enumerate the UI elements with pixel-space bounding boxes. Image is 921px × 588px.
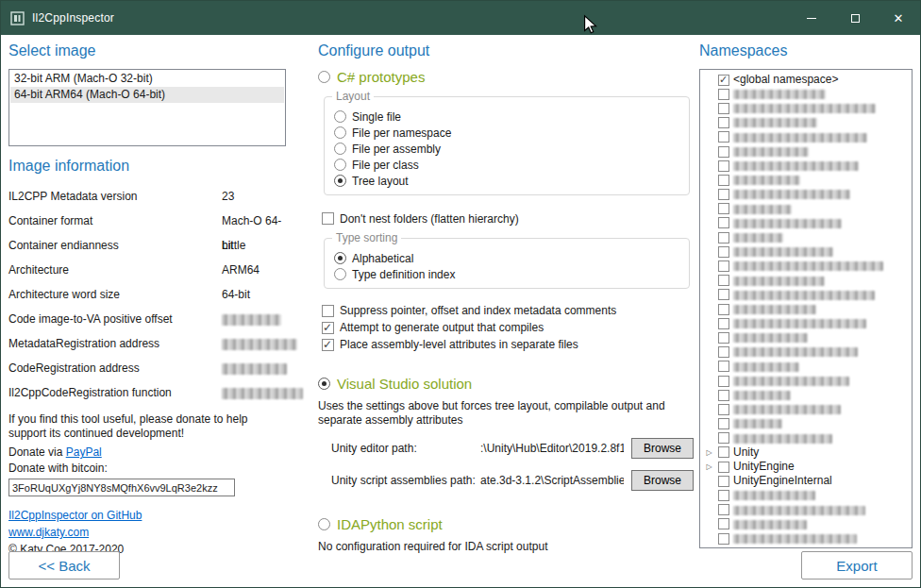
flatten-checkbox-row[interactable]: Don't nest folders (flatten hierarchy)	[322, 210, 694, 227]
mode-csharp[interactable]: C# prototypes	[318, 69, 694, 85]
namespace-item[interactable]: UnityEngineInternal	[702, 474, 910, 488]
radio-icon[interactable]	[334, 159, 346, 171]
radio-option[interactable]: Single file	[334, 109, 679, 125]
namespace-item[interactable]	[702, 101, 910, 115]
namespace-checkbox[interactable]	[718, 446, 729, 458]
radio-option[interactable]: File per class	[334, 157, 679, 173]
namespace-item[interactable]	[702, 517, 910, 531]
namespace-item[interactable]	[702, 431, 910, 445]
namespace-checkbox[interactable]	[718, 246, 729, 258]
namespace-item[interactable]	[702, 130, 910, 144]
radio-icon[interactable]	[334, 143, 346, 155]
namespace-checkbox[interactable]	[718, 462, 729, 473]
namespace-item[interactable]	[702, 330, 910, 344]
namespace-checkbox[interactable]	[718, 203, 729, 214]
namespace-checkbox[interactable]	[718, 117, 729, 128]
namespace-item[interactable]	[702, 360, 910, 374]
namespace-item[interactable]	[702, 173, 910, 187]
radio-option[interactable]: Type definition index	[334, 266, 679, 282]
radio-icon[interactable]	[334, 110, 346, 123]
namespace-checkbox[interactable]	[718, 260, 729, 272]
maximize-button[interactable]	[833, 1, 877, 35]
namespace-item[interactable]: <global namespace>	[702, 73, 910, 87]
paypal-link[interactable]: PayPal	[66, 445, 102, 459]
namespace-item[interactable]	[702, 159, 910, 173]
github-link[interactable]: Il2CppInspector on GitHub	[8, 509, 142, 522]
mode-visual-studio[interactable]: Visual Studio solution	[318, 376, 694, 392]
checkbox-icon[interactable]	[322, 339, 334, 351]
namespace-item[interactable]	[702, 345, 910, 360]
namespace-checkbox[interactable]	[718, 376, 729, 387]
unity-editor-browse-button[interactable]: Browse	[631, 438, 694, 459]
flatten-checkbox[interactable]	[322, 212, 334, 225]
radio-option[interactable]: File per namespace	[334, 125, 679, 141]
namespace-item[interactable]	[702, 144, 910, 159]
namespace-item[interactable]	[702, 116, 910, 130]
namespace-checkbox[interactable]	[718, 533, 729, 545]
radio-option[interactable]: Alphabetical	[334, 250, 679, 266]
namespace-item[interactable]	[702, 244, 910, 259]
namespace-list[interactable]: <global namespace>▷Unity▷UnityEngineUnit…	[699, 69, 913, 548]
checkbox-icon[interactable]	[322, 305, 334, 317]
visual-studio-radio[interactable]	[318, 378, 330, 390]
titlebar[interactable]: Il2CppInspector ✕	[1, 1, 920, 35]
namespace-item[interactable]: ▷Unity	[702, 445, 910, 460]
bitcoin-address-input[interactable]	[8, 479, 235, 496]
namespace-checkbox[interactable]	[718, 131, 729, 143]
minimize-button[interactable]	[790, 1, 833, 35]
idapython-radio[interactable]	[318, 518, 330, 530]
mode-idapython[interactable]: IDAPython script	[318, 516, 694, 532]
radio-icon[interactable]	[334, 252, 346, 264]
namespace-item[interactable]	[702, 316, 910, 330]
namespace-checkbox[interactable]	[718, 476, 729, 487]
close-button[interactable]: ✕	[877, 1, 920, 35]
namespace-checkbox[interactable]	[718, 318, 729, 329]
namespace-item[interactable]	[702, 216, 910, 230]
namespace-item[interactable]	[702, 288, 910, 302]
namespace-checkbox[interactable]	[718, 432, 729, 444]
namespace-item[interactable]	[702, 302, 910, 316]
namespace-item[interactable]	[702, 274, 910, 288]
image-list-item[interactable]: 32-bit ARM (Mach-O 32-bit)	[10, 71, 284, 87]
namespace-checkbox[interactable]	[718, 275, 729, 286]
namespace-item[interactable]	[702, 374, 910, 388]
checkbox-option[interactable]: Attempt to generate output that compiles	[322, 319, 694, 336]
checkbox-option[interactable]: Place assembly-level attributes in separ…	[322, 336, 694, 353]
namespace-checkbox[interactable]	[718, 89, 729, 100]
expander-icon[interactable]: ▷	[704, 445, 714, 460]
namespace-item[interactable]	[702, 259, 910, 273]
expander-icon[interactable]: ▷	[704, 460, 714, 474]
radio-option[interactable]: Tree layout	[334, 173, 679, 189]
namespace-item[interactable]	[702, 87, 910, 101]
csharp-radio[interactable]	[318, 71, 330, 83]
website-link[interactable]: www.djkaty.com	[8, 526, 89, 539]
namespace-checkbox[interactable]	[718, 490, 729, 501]
namespace-checkbox[interactable]	[718, 518, 729, 529]
namespace-item[interactable]	[702, 488, 910, 502]
namespace-checkbox[interactable]	[718, 175, 729, 186]
image-list-item[interactable]: 64-bit ARM64 (Mach-O 64-bit)	[10, 87, 284, 103]
radio-icon[interactable]	[334, 268, 346, 280]
namespace-checkbox[interactable]	[718, 304, 729, 315]
namespace-item[interactable]: ▷UnityEngine	[702, 460, 910, 474]
namespace-item[interactable]	[702, 230, 910, 244]
namespace-item[interactable]	[702, 417, 910, 431]
namespace-item[interactable]	[702, 503, 910, 517]
namespace-checkbox[interactable]	[718, 289, 729, 300]
image-list[interactable]: 32-bit ARM (Mach-O 32-bit)64-bit ARM64 (…	[8, 69, 286, 146]
namespace-checkbox[interactable]	[718, 146, 729, 158]
checkbox-icon[interactable]	[322, 322, 334, 334]
namespace-checkbox[interactable]	[718, 160, 729, 172]
namespace-checkbox[interactable]	[718, 404, 729, 415]
namespace-checkbox[interactable]	[718, 189, 729, 200]
radio-icon[interactable]	[334, 126, 346, 139]
namespace-checkbox[interactable]	[718, 103, 729, 114]
namespace-checkbox[interactable]	[718, 232, 729, 244]
namespace-item[interactable]	[702, 531, 910, 546]
namespace-checkbox[interactable]	[718, 390, 729, 401]
namespace-item[interactable]	[702, 188, 910, 202]
namespace-item[interactable]	[702, 202, 910, 216]
export-button[interactable]: Export	[801, 551, 913, 580]
namespace-item[interactable]	[702, 402, 910, 416]
namespace-checkbox[interactable]	[718, 361, 729, 372]
